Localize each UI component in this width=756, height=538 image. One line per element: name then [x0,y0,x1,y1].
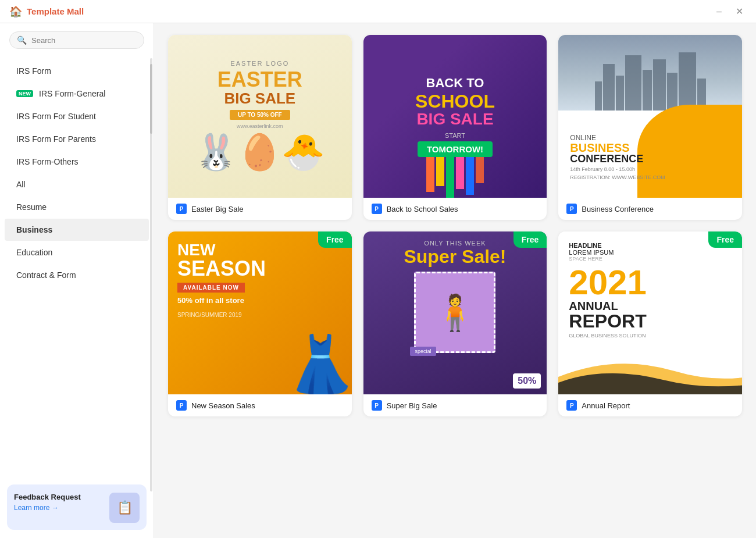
template-card-supersale[interactable]: Free ONLY THIS WEEK Super Sale! 🧍 specia… [363,231,547,416]
conf-city-bg [558,35,742,111]
supersale-person-icon: 🧍 [433,292,477,333]
app-window: 🏠 Template Mall – ✕ 🔍 IRS Form new [0,0,756,538]
bunny-icon: 🐰🥚🐣 [194,131,325,173]
template-name-annual: Annual Report [582,401,630,410]
template-type-icon: P [372,400,382,411]
sidebar-item-label: Education [16,248,52,257]
sidebar-item-irs-form-others[interactable]: IRS Form-Others [5,151,149,173]
search-icon: 🔍 [17,35,27,45]
season-new-text: NEW [177,242,215,258]
template-thumbnail-supersale: Free ONLY THIS WEEK Super Sale! 🧍 specia… [363,231,547,394]
template-thumbnail-annual: Free HEADLINE LOREM IPSUM SPACE HERE 202… [558,231,742,394]
annual-year-text: 2021 [569,265,732,300]
search-input[interactable] [31,36,137,45]
easter-logo-text: EASTER LOGO [230,60,289,67]
free-badge-annual: Free [708,231,742,248]
title-bar: 🏠 Template Mall – ✕ [0,0,756,23]
school-start-text: START [415,132,495,139]
sidebar-item-irs-form-general[interactable]: new IRS Form-General [5,83,149,105]
sidebar-item-all[interactable]: All [5,173,149,195]
feedback-title: Feedback Request [14,493,105,501]
conf-online-text: ONLINE [570,134,665,142]
conf-text: ONLINE BUSINESS CONFERENCE 14th February… [570,134,665,180]
supersale-fifty-badge: 50% [513,373,541,389]
template-card-season[interactable]: Free NEW SEASON AVAILABLE NOW 50% off in… [168,231,352,416]
template-name-supersale: Super Big Sale [387,401,437,410]
sidebar-item-label: IRS Form For Parents [16,134,96,144]
template-thumbnail-conference: ONLINE BUSINESS CONFERENCE 14th February… [558,35,742,198]
free-badge-season: Free [318,231,352,248]
close-button[interactable]: ✕ [732,5,747,18]
template-thumbnail-school: BACK TO SCHOOL BIG SALE START TOMORROW! [363,35,547,198]
template-footer-season: P New Season Sales [168,394,352,416]
feedback-text: Feedback Request Learn more → [14,493,105,512]
season-person-icon: 👗 [285,336,352,394]
conf-reg-text: REGISTRATION: WWW.WEBSITE.COM [570,174,665,180]
sidebar-item-education[interactable]: Education [5,241,149,263]
school-bigsale-text: BIG SALE [415,111,495,129]
sidebar-item-business[interactable]: Business [5,219,149,241]
content-area: EASTER LOGO EASTER BIG SALE UP TO 50% OF… [154,23,756,538]
template-type-icon: P [566,400,577,411]
template-name-school: Back to School Sales [387,205,458,213]
minimize-button[interactable]: – [713,5,725,18]
school-school-text: SCHOOL [415,92,495,111]
sidebar-item-label: IRS Form-General [39,89,105,98]
annual-report-text: REPORT [569,312,732,330]
search-bar[interactable]: 🔍 [9,31,144,49]
annual-wave-svg [558,348,742,394]
sidebar-item-irs-form-parents[interactable]: IRS Form For Parents [5,128,149,150]
home-icon: 🏠 [9,5,22,18]
supersale-special-tag: special [410,347,436,356]
template-footer-supersale: P Super Big Sale [363,394,547,416]
sidebar-item-contract-form[interactable]: Contract & Form [5,264,149,286]
template-type-icon: P [176,400,187,411]
title-bar-controls: – ✕ [713,5,747,18]
annual-global-text: GLOBAL BUSINESS SOLUTION [569,333,732,339]
conf-date-text: 14th February 8.00 - 15.00h [570,166,665,172]
survey-icon: 📋 [117,500,133,515]
conf-business-text: BUSINESS [570,142,665,154]
season-season-text: SEASON [177,258,266,279]
annual-lorem-text: LOREM IPSUM [569,249,732,256]
template-card-school[interactable]: BACK TO SCHOOL BIG SALE START TOMORROW! [363,35,547,220]
sidebar-item-label: Business [16,225,52,234]
template-name-conference: Business Conference [582,205,654,213]
free-badge-supersale: Free [513,231,547,248]
sidebar-item-label: Contract & Form [16,270,76,280]
sidebar-item-label: All [16,180,26,189]
easter-big-sale-text: BIG SALE [224,90,295,107]
annual-headline-text: HEADLINE [569,242,732,249]
annual-annual-text: ANNUAL [569,300,732,312]
supersale-super-text: Super Sale! [404,247,506,267]
sidebar-item-label: IRS Form [16,66,51,76]
school-back-text: BACK TO [415,76,495,91]
template-footer-school: P Back to School Sales [363,198,547,220]
feedback-card: Feedback Request Learn more → 📋 [7,484,147,530]
sidebar-scrollbar[interactable] [150,58,152,491]
template-type-icon: P [176,204,187,214]
template-card-annual[interactable]: Free HEADLINE LOREM IPSUM SPACE HERE 202… [558,231,742,416]
template-footer-easter: P Easter Big Sale [168,198,352,220]
sidebar-item-irs-form[interactable]: IRS Form [5,60,149,82]
template-name-season: New Season Sales [191,401,255,410]
conf-conference-text: CONFERENCE [570,154,665,164]
title-bar-left: 🏠 Template Mall [9,5,84,18]
template-footer-annual: P Annual Report [558,394,742,416]
feedback-survey-image: 📋 [109,493,140,523]
easter-offer-text: UP TO 50% OFF [230,110,290,120]
feedback-link[interactable]: Learn more → [14,504,105,512]
supersale-person-box: 🧍 special [414,272,495,353]
sidebar-item-irs-form-student[interactable]: IRS Form For Student [5,105,149,127]
template-type-icon: P [372,204,382,214]
template-card-conference[interactable]: ONLINE BUSINESS CONFERENCE 14th February… [558,35,742,220]
sidebar-item-label: IRS Form For Student [16,112,96,121]
easter-url-text: www.easterlink.com [237,123,283,129]
sidebar-item-resume[interactable]: Resume [5,196,149,218]
template-thumbnail-season: Free NEW SEASON AVAILABLE NOW 50% off in… [168,231,352,394]
template-type-icon: P [566,204,577,214]
sidebar-scrollbar-thumb [150,64,152,134]
main-layout: 🔍 IRS Form new IRS Form-General IRS Form… [0,23,756,538]
annual-space-text: SPACE HERE [569,256,732,262]
template-card-easter[interactable]: EASTER LOGO EASTER BIG SALE UP TO 50% OF… [168,35,352,220]
